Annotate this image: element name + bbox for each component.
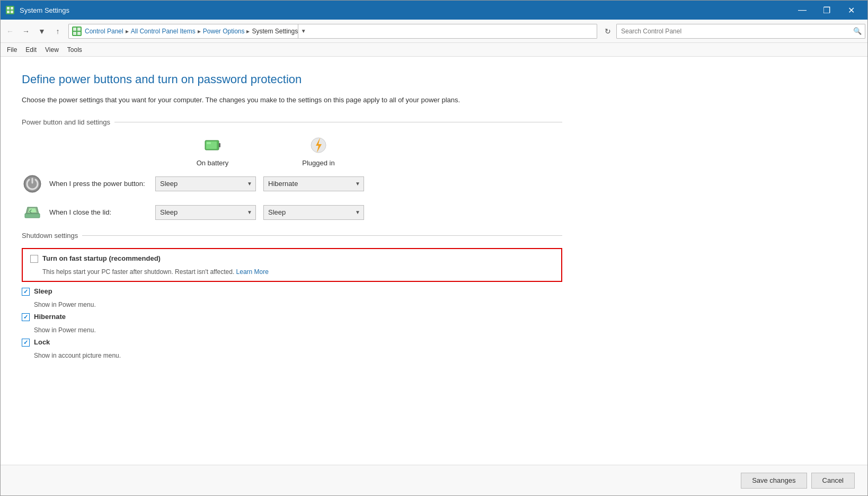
page-description: Choose the power settings that you want …: [22, 95, 562, 105]
column-headers: On battery Plugged in: [22, 135, 562, 167]
save-changes-button[interactable]: Save changes: [741, 473, 807, 489]
cancel-button[interactable]: Cancel: [811, 473, 855, 489]
lid-plugged-value: Sleep: [268, 208, 286, 216]
svg-rect-11: [219, 143, 220, 147]
refresh-button[interactable]: ↻: [600, 24, 615, 39]
search-icon[interactable]: 🔍: [850, 24, 865, 38]
col-label-plugged: Plugged in: [302, 159, 334, 167]
section-label-shutdown: Shutdown settings: [22, 232, 82, 240]
breadcrumb-sep-3: ▸: [246, 28, 250, 35]
lock-checkbox-row: Lock: [22, 338, 562, 347]
address-bar: ← → ▼ ↑ Control Panel ▸ All Control Pane…: [1, 20, 867, 43]
main-window: System Settings — ❐ ✕ ← → ▼ ↑ Control Pa…: [0, 0, 868, 496]
dropdown-arrow-3: ▼: [247, 209, 252, 215]
main-content-panel: Define power buttons and turn on passwor…: [1, 57, 583, 374]
sleep-description: Show in Power menu.: [34, 301, 562, 308]
svg-rect-6: [73, 28, 76, 31]
menu-edit[interactable]: Edit: [21, 45, 41, 55]
restore-button[interactable]: ❐: [814, 1, 839, 20]
forward-button[interactable]: →: [19, 24, 33, 39]
breadcrumb-all-items[interactable]: All Control Panel Items: [131, 28, 196, 35]
lid-battery-dropdown[interactable]: Sleep ▼: [155, 205, 256, 220]
hibernate-option: Hibernate Show in Power menu.: [22, 313, 562, 334]
sleep-checkbox-row: Sleep: [22, 287, 562, 296]
power-button-battery-value: Sleep: [160, 180, 178, 188]
lid-plugged-dropdown[interactable]: Sleep ▼: [263, 205, 364, 220]
hibernate-checkbox-row: Hibernate: [22, 313, 562, 321]
window-title: System Settings: [20, 6, 790, 14]
title-bar: System Settings — ❐ ✕: [1, 1, 867, 20]
breadcrumb-current: System Settings: [252, 28, 298, 35]
fast-startup-checkbox-row: Turn on fast startup (recommended): [30, 254, 554, 263]
dropdown-arrow-1: ▼: [247, 181, 252, 187]
window-icon: [5, 5, 15, 15]
dropdown-arrow-2: ▼: [355, 181, 360, 187]
svg-rect-4: [11, 11, 13, 13]
dropdown-recent-button[interactable]: ▼: [34, 24, 49, 39]
sleep-checkbox[interactable]: [22, 288, 30, 296]
col-label-battery: On battery: [197, 159, 229, 167]
search-box: 🔍: [616, 24, 865, 39]
breadcrumb-power-options[interactable]: Power Options: [203, 28, 245, 35]
section-divider-shutdown: [82, 235, 562, 236]
search-input[interactable]: [617, 24, 850, 38]
col-header-plugged: Plugged in: [265, 135, 371, 167]
power-button-row: When I press the power button: Sleep ▼ H…: [22, 173, 562, 194]
fast-startup-box: Turn on fast startup (recommended) This …: [22, 248, 562, 282]
page-title: Define power buttons and turn on passwor…: [22, 73, 562, 86]
lock-description: Show in account picture menu.: [34, 352, 562, 359]
menu-tools[interactable]: Tools: [63, 45, 86, 55]
power-button-battery-dropdown[interactable]: Sleep ▼: [155, 176, 256, 191]
sleep-label: Sleep: [34, 287, 52, 295]
menu-view[interactable]: View: [41, 45, 63, 55]
svg-rect-8: [73, 32, 76, 35]
svg-rect-3: [7, 11, 10, 13]
section-header-shutdown: Shutdown settings: [22, 232, 562, 240]
hibernate-label: Hibernate: [34, 313, 66, 321]
bottom-bar: Save changes Cancel: [1, 465, 867, 495]
breadcrumb-sep-2: ▸: [198, 28, 201, 35]
breadcrumb-sep-1: ▸: [126, 28, 129, 35]
power-button-plugged-value: Hibernate: [268, 180, 298, 188]
up-button[interactable]: ↑: [50, 24, 65, 39]
lid-icon: [22, 202, 43, 223]
fast-startup-description: This helps start your PC faster after sh…: [42, 268, 554, 276]
lid-battery-value: Sleep: [160, 208, 178, 216]
lock-option: Lock Show in account picture menu.: [22, 338, 562, 359]
breadcrumb-bar: Control Panel ▸ All Control Panel Items …: [68, 24, 597, 39]
svg-rect-2: [11, 7, 13, 10]
breadcrumb-dropdown-arrow[interactable]: ▼: [298, 24, 308, 39]
fast-startup-label: Turn on fast startup (recommended): [42, 254, 161, 262]
close-button[interactable]: ✕: [839, 1, 863, 20]
power-button-plugged-dropdown[interactable]: Hibernate ▼: [263, 176, 364, 191]
section-label-power: Power button and lid settings: [22, 118, 114, 126]
lock-checkbox[interactable]: [22, 339, 30, 347]
menu-file[interactable]: File: [3, 45, 21, 55]
minimize-button[interactable]: —: [790, 1, 814, 20]
back-button[interactable]: ←: [3, 24, 17, 39]
sleep-option: Sleep Show in Power menu.: [22, 287, 562, 308]
svg-rect-19: [25, 214, 40, 218]
breadcrumb-control-panel[interactable]: Control Panel: [85, 28, 123, 35]
section-header-power: Power button and lid settings: [22, 118, 562, 126]
battery-icon: [202, 135, 223, 156]
svg-rect-1: [7, 7, 10, 10]
hibernate-checkbox[interactable]: [22, 313, 30, 321]
svg-rect-13: [207, 142, 211, 144]
content-area: Define power buttons and turn on passwor…: [1, 57, 867, 465]
section-divider-power: [114, 122, 562, 122]
window-controls: — ❐ ✕: [790, 1, 863, 20]
svg-rect-9: [77, 32, 81, 35]
learn-more-link[interactable]: Learn More: [236, 268, 269, 276]
menu-bar: File Edit View Tools: [1, 43, 867, 57]
lid-close-label: When I close the lid:: [49, 208, 155, 216]
col-header-battery: On battery: [160, 135, 265, 167]
lid-close-row: When I close the lid: Sleep ▼ Sleep ▼: [22, 202, 562, 223]
power-button-icon: [22, 173, 43, 194]
plugged-icon: [308, 135, 329, 156]
fast-startup-desc-text: This helps start your PC faster after sh…: [42, 268, 234, 276]
lock-label: Lock: [34, 338, 50, 346]
power-button-label: When I press the power button:: [49, 180, 155, 188]
hibernate-description: Show in Power menu.: [34, 326, 562, 334]
fast-startup-checkbox[interactable]: [30, 255, 38, 263]
